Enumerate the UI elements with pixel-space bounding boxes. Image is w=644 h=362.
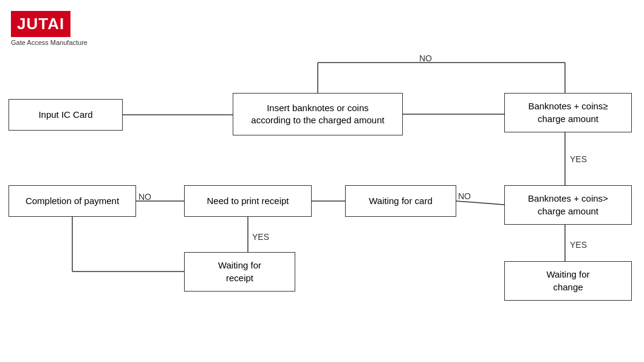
yes1-label: YES (570, 154, 587, 164)
no1-label: NO (419, 53, 432, 63)
logo-text: JUTAI (17, 15, 64, 33)
need-receipt-label: Need to print receipt (207, 195, 289, 207)
waiting-change-label: Waiting forchange (546, 268, 589, 293)
waiting-receipt-box: Waiting forreceipt (184, 252, 295, 292)
banknotes-check2-label: Banknotes + coins>charge amount (528, 193, 608, 217)
completion-label: Completion of payment (26, 195, 119, 207)
completion-box: Completion of payment (9, 185, 136, 217)
logo-area: JUTAI Gate Access Manufacture (11, 11, 87, 46)
logo-subtitle: Gate Access Manufacture (11, 39, 87, 46)
logo-box: JUTAI (11, 11, 70, 37)
banknotes-check1-box: Banknotes + coins≥charge amount (504, 93, 632, 132)
flowchart-lines (0, 0, 644, 362)
waiting-change-box: Waiting forchange (504, 261, 632, 301)
banknotes-check1-label: Banknotes + coins≥charge amount (528, 100, 608, 125)
waiting-card-box: Waiting for card (345, 185, 456, 217)
waiting-card-label: Waiting for card (369, 195, 432, 207)
insert-banknotes-label: Insert banknotes or coinsaccording to th… (251, 102, 384, 127)
svg-line-10 (456, 201, 504, 205)
no2-label: NO (139, 192, 151, 202)
banknotes-check2-box: Banknotes + coins>charge amount (504, 185, 632, 225)
yes3-label: YES (570, 240, 587, 250)
input-ic-card-box: Input IC Card (9, 99, 123, 131)
insert-banknotes-box: Insert banknotes or coinsaccording to th… (233, 93, 403, 135)
no3-label: NO (458, 191, 471, 201)
input-ic-card-label: Input IC Card (38, 109, 92, 121)
need-receipt-box: Need to print receipt (184, 185, 312, 217)
waiting-receipt-label: Waiting forreceipt (218, 259, 261, 284)
yes2-label: YES (252, 232, 269, 242)
